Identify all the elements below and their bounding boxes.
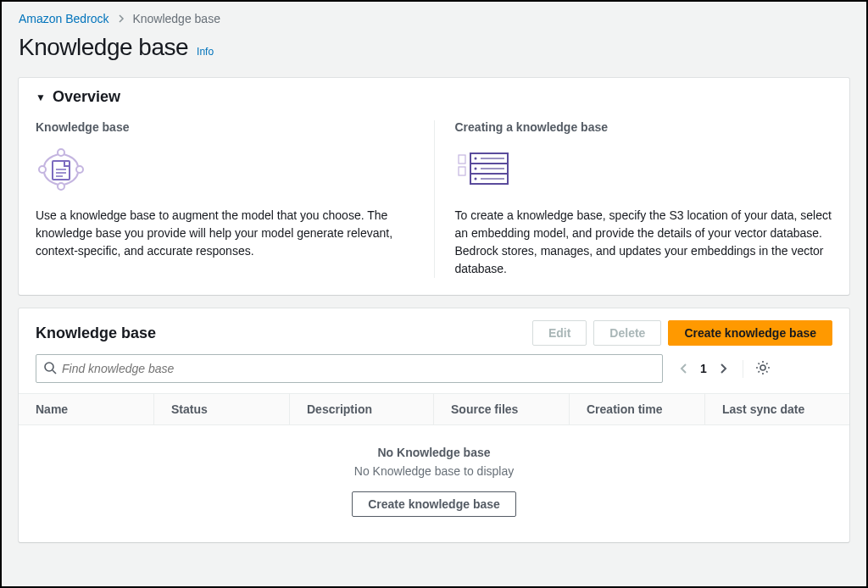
svg-point-14	[474, 168, 476, 170]
svg-point-13	[474, 158, 476, 160]
kb-section-title: Knowledge base	[36, 325, 156, 342]
pagination: 1	[680, 360, 771, 378]
overview-left-text: Use a knowledge base to augment the mode…	[36, 207, 414, 260]
page-number: 1	[700, 362, 707, 375]
search-input[interactable]	[57, 358, 655, 379]
column-header-description[interactable]: Description	[290, 394, 434, 424]
column-header-status[interactable]: Status	[154, 394, 290, 424]
overview-panel: ▼ Overview Knowledge base	[19, 78, 849, 295]
overview-left: Knowledge base Use	[36, 120, 414, 278]
edit-button[interactable]: Edit	[532, 320, 587, 346]
svg-point-21	[760, 365, 765, 370]
svg-point-19	[45, 363, 53, 371]
gear-icon	[755, 364, 771, 378]
page-title: Knowledge base	[19, 34, 188, 61]
previous-page-button[interactable]	[680, 363, 688, 374]
breadcrumb-root-link[interactable]: Amazon Bedrock	[19, 12, 109, 25]
svg-rect-9	[459, 167, 465, 175]
page-title-row: Knowledge base Info	[2, 29, 866, 78]
overview-right-text: To create a knowledge base, specify the …	[455, 207, 833, 278]
empty-create-button[interactable]: Create knowledge base	[352, 491, 516, 517]
kb-table: Name Status Description Source files Cre…	[19, 393, 849, 542]
column-header-name[interactable]: Name	[19, 394, 154, 424]
column-header-creation-time[interactable]: Creation time	[570, 394, 705, 424]
info-link[interactable]: Info	[197, 46, 214, 58]
settings-button[interactable]	[743, 360, 771, 378]
knowledge-graph-icon	[36, 142, 414, 197]
breadcrumb: Amazon Bedrock Knowledge base	[2, 2, 866, 29]
svg-point-1	[76, 166, 83, 173]
svg-point-3	[39, 166, 46, 173]
svg-line-20	[53, 370, 56, 374]
svg-rect-8	[459, 155, 465, 164]
database-stack-icon	[455, 142, 833, 197]
overview-right: Creating a knowledge base To create a kn…	[434, 120, 833, 278]
overview-title: Overview	[53, 88, 120, 106]
caret-down-icon: ▼	[36, 92, 46, 103]
overview-left-heading: Knowledge base	[36, 120, 414, 134]
empty-state: No Knowledge base No Knowledge base to d…	[19, 425, 849, 542]
delete-button[interactable]: Delete	[593, 320, 661, 346]
empty-state-title: No Knowledge base	[36, 446, 832, 459]
search-icon	[43, 361, 57, 377]
svg-point-15	[474, 178, 476, 180]
chevron-right-icon	[118, 12, 125, 25]
empty-state-subtitle: No Knowledge base to display	[36, 464, 832, 478]
breadcrumb-current: Knowledge base	[132, 12, 220, 25]
table-header-row: Name Status Description Source files Cre…	[19, 394, 849, 425]
next-page-button[interactable]	[719, 363, 727, 374]
knowledge-base-panel: Knowledge base Edit Delete Create knowle…	[19, 308, 849, 542]
create-knowledge-base-button[interactable]: Create knowledge base	[668, 320, 832, 346]
column-header-last-sync[interactable]: Last sync date	[705, 394, 849, 424]
overview-header[interactable]: ▼ Overview	[19, 78, 849, 117]
overview-right-heading: Creating a knowledge base	[455, 120, 833, 134]
column-header-source-files[interactable]: Source files	[434, 394, 570, 424]
search-field-wrap[interactable]	[36, 354, 663, 383]
